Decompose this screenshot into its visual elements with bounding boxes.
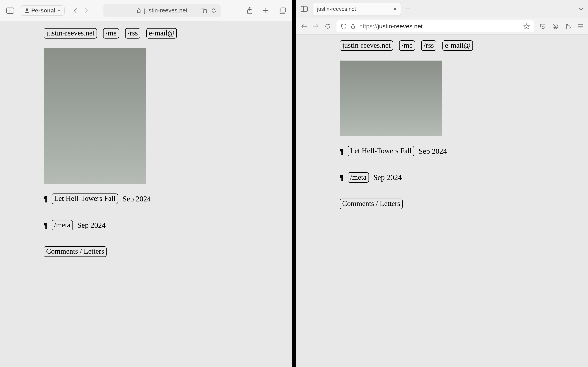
share-icon[interactable] bbox=[247, 7, 253, 15]
firefox-tabstrip: justin-reeves.net × + bbox=[296, 0, 588, 18]
nav-link-me[interactable]: /me bbox=[103, 28, 119, 39]
svg-rect-15 bbox=[352, 26, 355, 28]
profile-selector[interactable]: Personal bbox=[21, 6, 65, 16]
account-icon[interactable] bbox=[553, 24, 558, 29]
svg-point-2 bbox=[26, 8, 28, 11]
page-content-safari: justin-reeves.net /me /rss e-mail@ ¶ Let… bbox=[0, 21, 292, 257]
safari-window: Personal justin-reeves.net bbox=[0, 0, 292, 367]
sidebar-toggle-icon[interactable] bbox=[301, 6, 308, 12]
menu-icon[interactable] bbox=[577, 24, 583, 29]
nav-link-home[interactable]: justin-reeves.net bbox=[44, 28, 97, 39]
svg-rect-0 bbox=[7, 8, 14, 13]
svg-rect-3 bbox=[138, 10, 140, 13]
svg-point-18 bbox=[554, 25, 556, 26]
nav-link-email[interactable]: e-mail@ bbox=[146, 28, 177, 39]
svg-rect-10 bbox=[281, 8, 286, 12]
site-nav: justin-reeves.net /me /rss e-mail@ bbox=[340, 40, 582, 51]
svg-marker-16 bbox=[524, 24, 529, 29]
safari-url-bar[interactable]: justin-reeves.net bbox=[103, 4, 221, 17]
nav-link-rss[interactable]: /rss bbox=[421, 40, 436, 51]
firefox-toolbar: https://justin-reeves.net bbox=[296, 18, 588, 35]
post-link[interactable]: Let Hell-Towers Fall bbox=[52, 193, 118, 204]
bookmark-star-icon[interactable] bbox=[523, 23, 530, 29]
svg-rect-5 bbox=[203, 9, 207, 13]
pilcrow-icon: ¶ bbox=[340, 147, 343, 156]
post-entry: ¶ Let Hell-Towers Fall Sep 2024 bbox=[44, 193, 287, 204]
post-link[interactable]: /meta bbox=[348, 172, 369, 183]
post-date: Sep 2024 bbox=[419, 147, 447, 156]
back-button[interactable] bbox=[73, 7, 77, 14]
forward-button[interactable] bbox=[313, 24, 319, 29]
reload-icon[interactable] bbox=[325, 23, 331, 29]
new-tab-icon[interactable] bbox=[263, 7, 269, 14]
shield-icon bbox=[341, 23, 347, 29]
url-text: https://justin-reeves.net bbox=[359, 23, 423, 30]
tab-title: justin-reeves.net bbox=[317, 6, 356, 12]
pilcrow-icon: ¶ bbox=[44, 221, 47, 230]
comments-link[interactable]: Comments / Letters bbox=[44, 246, 107, 257]
nav-link-email[interactable]: e-mail@ bbox=[442, 40, 473, 51]
translate-icon[interactable] bbox=[201, 8, 207, 13]
reload-icon[interactable] bbox=[211, 8, 217, 13]
hero-image bbox=[44, 48, 146, 184]
svg-rect-11 bbox=[301, 6, 307, 12]
post-date: Sep 2024 bbox=[373, 173, 402, 182]
tabs-overview-icon[interactable] bbox=[279, 7, 286, 14]
firefox-url-bar[interactable]: https://justin-reeves.net bbox=[337, 20, 534, 32]
post-link[interactable]: /meta bbox=[52, 220, 73, 230]
nav-link-me[interactable]: /me bbox=[399, 40, 415, 51]
forward-button[interactable] bbox=[85, 7, 89, 14]
profile-label: Personal bbox=[31, 7, 55, 14]
hero-image bbox=[340, 60, 442, 136]
firefox-window: justin-reeves.net × + https://justin-ree… bbox=[296, 0, 588, 367]
pilcrow-icon: ¶ bbox=[44, 194, 47, 203]
post-date: Sep 2024 bbox=[77, 221, 106, 230]
post-entry: ¶ /meta Sep 2024 bbox=[44, 220, 287, 230]
post-link[interactable]: Let Hell-Towers Fall bbox=[348, 146, 414, 156]
page-content-firefox: justin-reeves.net /me /rss e-mail@ ¶ Let… bbox=[296, 35, 588, 209]
close-tab-icon[interactable]: × bbox=[393, 6, 397, 12]
back-button[interactable] bbox=[301, 24, 307, 29]
safari-toolbar: Personal justin-reeves.net bbox=[0, 0, 292, 21]
new-tab-button[interactable]: + bbox=[406, 5, 410, 13]
extensions-icon[interactable] bbox=[565, 23, 571, 29]
tabs-dropdown-icon[interactable] bbox=[579, 7, 584, 11]
post-entry: ¶ Let Hell-Towers Fall Sep 2024 bbox=[340, 146, 582, 156]
nav-link-rss[interactable]: /rss bbox=[125, 28, 140, 39]
site-nav: justin-reeves.net /me /rss e-mail@ bbox=[44, 28, 287, 39]
split-divider[interactable] bbox=[292, 0, 296, 367]
nav-link-home[interactable]: justin-reeves.net bbox=[340, 40, 393, 51]
pocket-icon[interactable] bbox=[540, 24, 546, 29]
sidebar-toggle-icon[interactable] bbox=[6, 7, 14, 14]
url-text: justin-reeves.net bbox=[144, 7, 187, 14]
comments-link[interactable]: Comments / Letters bbox=[340, 199, 403, 209]
lock-icon bbox=[351, 24, 355, 29]
chevron-down-icon bbox=[57, 9, 61, 12]
post-entry: ¶ /meta Sep 2024 bbox=[340, 172, 582, 183]
post-date: Sep 2024 bbox=[122, 194, 151, 203]
pilcrow-icon: ¶ bbox=[340, 173, 343, 182]
browser-tab[interactable]: justin-reeves.net × bbox=[313, 3, 401, 15]
lock-icon bbox=[137, 8, 141, 13]
